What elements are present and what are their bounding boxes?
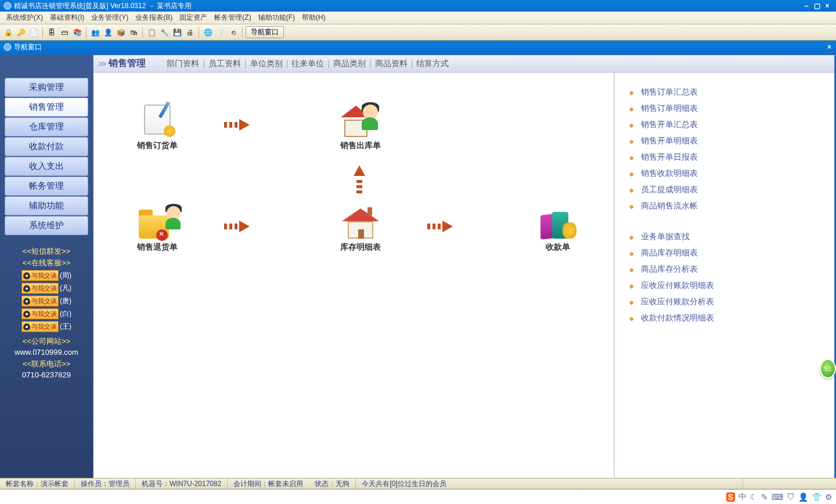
qq-contact-row[interactable]: 与我交谈(唐) [0,296,93,307]
tray-icon[interactable]: ☾ [750,492,758,502]
header-marker: >> [98,59,105,69]
header-link[interactable]: 单位类别 [247,59,286,68]
qq-contact-row[interactable]: 与我交谈(周) [0,270,93,281]
tray-icon[interactable]: ⛉ [787,492,795,502]
qq-contact-row[interactable]: 与我交谈(白) [0,308,93,319]
tray-icon[interactable]: ⌨ [772,492,783,502]
flow-label: 销售订货单 [122,141,192,151]
sidebar-phone-header: <<联系电话>> [0,359,93,369]
status-birthday: 今天共有[0]位过生日的会员 [356,478,743,489]
flow-stock-detail[interactable]: 库存明细表 [326,206,395,253]
qq-contact-name: (白) [60,309,71,319]
report-link[interactable]: 商品库存明细表 [629,245,826,261]
header-link[interactable]: 部门资料 [163,59,203,68]
menu-business-manage[interactable]: 业务管理(Y) [88,12,132,24]
close-button[interactable]: × [822,2,833,10]
money-receipt-icon [539,206,576,239]
tool-print-icon[interactable]: 🖨 [184,27,196,38]
nav-window-button[interactable]: 导航窗口 [246,26,284,38]
header-link[interactable]: 商品资料 [372,59,411,68]
tool-settings-icon[interactable]: 🔧 [158,27,170,38]
sidebar: 采购管理 销售管理 仓库管理 收款付款 收入支出 帐务管理 辅助功能 系统维护 … [0,55,93,493]
tool-db2-icon[interactable]: 🗃 [59,27,70,38]
tool-pack-icon[interactable]: 🛍 [128,27,139,38]
report-link[interactable]: 销售收款明细表 [629,165,826,182]
tray-icon[interactable]: ✎ [761,492,768,502]
sidebar-item-sysmaint[interactable]: 系统维护 [5,216,88,235]
report-link[interactable]: 收款付款情况明细表 [629,310,826,326]
flow-sales-order[interactable]: 销售订货单 [122,105,192,151]
tool-save-icon[interactable]: 💾 [171,27,183,38]
maximize-button[interactable]: ▢ [812,2,822,10]
tool-users-icon[interactable]: 👥 [89,27,101,38]
sidebar-item-aux[interactable]: 辅助功能 [5,196,88,215]
tray-icon[interactable]: 中 [738,492,747,502]
flow-label: 收款单 [523,242,593,253]
report-link[interactable]: 员工提成明细表 [629,182,826,198]
report-link[interactable]: 应收应付账款分析表 [629,294,826,310]
report-link[interactable]: 业务单据查找 [629,229,826,245]
menu-basic-data[interactable]: 基础资料(I) [46,12,88,24]
menu-aux-functions[interactable]: 辅助功能(F) [255,12,298,24]
menu-business-report[interactable]: 业务报表(B) [132,12,176,24]
tool-exit-icon[interactable]: ⎋ [228,27,239,38]
report-link[interactable]: 应收应付账款明细表 [629,278,826,294]
flow-receipt[interactable]: 收款单 [523,206,593,253]
tray-icon[interactable]: 👕 [812,492,821,502]
qq-contact-row[interactable]: 与我交谈(凡) [0,283,93,294]
sidebar-item-accounting[interactable]: 帐务管理 [5,177,88,196]
tool-note-icon[interactable]: 📄 [28,27,39,38]
minimize-button[interactable]: – [801,2,812,10]
doc-icon [3,43,12,51]
menu-system-maintain[interactable]: 系统维护(X) [2,12,46,24]
status-spacer [743,478,836,489]
tool-list-icon[interactable]: 📋 [146,27,157,38]
document-tab-title[interactable]: 导航窗口 [14,42,42,52]
report-link[interactable]: 销售订单明细表 [629,100,826,117]
header-link[interactable]: 结算方式 [413,59,452,68]
sidebar-item-income-expense[interactable]: 收入支出 [5,157,88,176]
report-link[interactable]: 销售开单明细表 [629,133,826,149]
floating-badge[interactable]: 51 [820,359,836,379]
arrow-right-icon [427,221,455,232]
toolbar-separator [242,27,243,38]
flow-sales-out[interactable]: 销售出库单 [326,105,395,151]
sidebar-item-warehouse[interactable]: 仓库管理 [5,117,88,136]
report-link[interactable]: 销售开单汇总表 [629,117,826,133]
sidebar-site-url[interactable]: www.0710999.com [0,348,93,357]
header-link[interactable]: 商品类别 [330,59,369,68]
tool-globe-icon[interactable]: 🌐 [202,27,214,38]
menu-help[interactable]: 帮助(H) [298,12,329,24]
report-link[interactable]: 商品库存分析表 [629,261,826,278]
document-close-button[interactable]: × [827,43,831,51]
tool-box-icon[interactable]: 📦 [115,27,127,38]
sidebar-item-purchase[interactable]: 采购管理 [5,78,88,97]
sidebar-sms-header[interactable]: <<短信群发>> [0,246,93,257]
tray-icon[interactable]: 👤 [798,492,808,502]
tray-icon[interactable]: S [726,492,735,502]
tool-user-icon[interactable]: 👤 [102,27,114,38]
tool-db1-icon[interactable]: 🗄 [46,27,57,38]
status-account: 帐套名称： 演示帐套 [0,478,75,489]
tool-lock-icon[interactable]: 🔒 [2,27,14,38]
tool-help-icon[interactable]: ❔ [215,27,226,38]
report-link[interactable]: 商品销售流水帐 [629,198,826,214]
qq-contact-row[interactable]: 与我交谈(王) [0,321,93,332]
flow-sales-return[interactable]: 销售退货单 [122,206,192,253]
tray-icon[interactable]: ⚙ [825,492,833,502]
sidebar-item-sales[interactable]: 销售管理 [5,98,88,117]
menu-account-manage[interactable]: 帐务管理(Z) [211,12,254,24]
qq-contact-name: (唐) [60,296,71,306]
app-icon [3,2,12,10]
status-value: 无狗 [336,479,349,489]
menu-fixed-assets[interactable]: 固定资产 [176,12,211,24]
tool-db3-icon[interactable]: 📚 [71,27,83,38]
report-link[interactable]: 销售开单日报表 [629,149,826,165]
report-link[interactable]: 销售订单汇总表 [629,84,826,100]
tool-key-icon[interactable]: 🔑 [15,27,27,38]
header-link[interactable]: 往来单位 [288,59,327,68]
header-link[interactable]: 员工资料 [205,59,244,68]
sidebar-item-payment[interactable]: 收款付款 [5,137,88,156]
content-panel: >> 销售管理 部门资料|员工资料|单位类别|往来单位|商品类别|商品资料|结算… [93,55,835,493]
toolbar-separator [142,27,143,38]
